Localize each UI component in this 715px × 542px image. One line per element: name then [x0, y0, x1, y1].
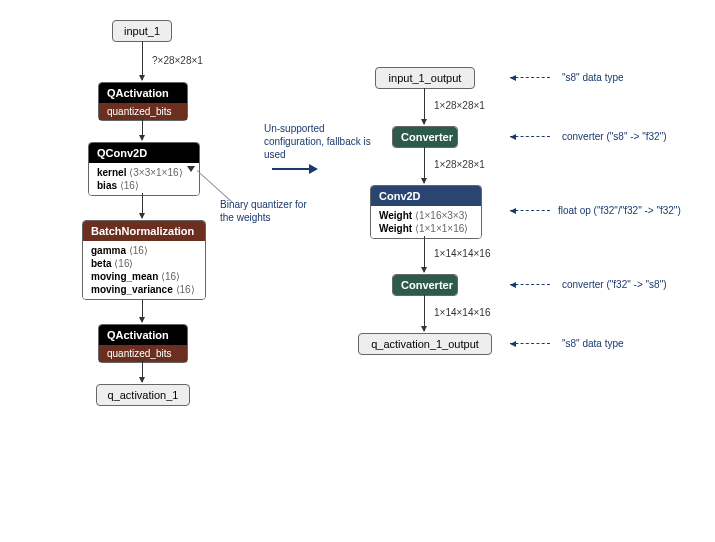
arrow: [142, 360, 143, 382]
node-converter-1: Converter: [392, 126, 458, 148]
title: QActivation: [99, 325, 187, 345]
dash-arrow-icon: [510, 343, 550, 344]
label: input_1_output: [389, 72, 462, 84]
edge-label: 1×28×28×1: [434, 100, 485, 111]
mm-label: moving_mean: [91, 271, 158, 282]
w1-shape: ⟨1×16×3×3⟩: [415, 210, 468, 221]
kernel-label: kernel: [97, 167, 126, 178]
bias-shape: ⟨16⟩: [120, 180, 139, 191]
annotation-conv-f32-s8: converter ("f32" -> "s8"): [562, 279, 667, 290]
arrow: [142, 41, 143, 80]
mv-shape: ⟨16⟩: [176, 284, 195, 295]
dash-arrow-icon: [510, 210, 550, 211]
kernel-shape: ⟨3×3×1×16⟩: [129, 167, 182, 178]
node-input-1: input_1: [112, 20, 172, 42]
subtitle: quantized_bits: [99, 345, 187, 362]
node-conv2d: Conv2D Weight ⟨1×16×3×3⟩ Weight ⟨1×1×1×1…: [370, 185, 482, 239]
arrow: [424, 147, 425, 183]
beta-shape: ⟨16⟩: [114, 258, 133, 269]
fallback-arrow-icon: [272, 168, 316, 170]
mv-label: moving_variance: [91, 284, 173, 295]
gamma-label: gamma: [91, 245, 126, 256]
edge-label: ?×28×28×1: [152, 55, 203, 66]
dash-arrow-icon: [510, 284, 550, 285]
dash-arrow-icon: [510, 77, 550, 78]
title: QActivation: [99, 83, 187, 103]
w2-label: Weight: [379, 223, 412, 234]
node-converter-2: Converter: [392, 274, 458, 296]
edge-label: 1×28×28×1: [434, 159, 485, 170]
bias-label: bias: [97, 180, 117, 191]
arrow: [142, 118, 143, 140]
arrow: [142, 300, 143, 322]
title: Converter: [393, 127, 457, 147]
label: q_activation_1_output: [371, 338, 479, 350]
node-qactivation-1-output: q_activation_1_output: [358, 333, 492, 355]
expand-icon[interactable]: [187, 166, 195, 172]
annotation-conv-s8-f32: converter ("s8" -> "f32"): [562, 131, 667, 142]
beta-label: beta: [91, 258, 112, 269]
w2-shape: ⟨1×1×1×16⟩: [415, 223, 468, 234]
node-qconv2d: QConv2D kernel ⟨3×3×1×16⟩ bias ⟨16⟩: [88, 142, 200, 196]
title: QConv2D: [89, 143, 199, 163]
arrow: [142, 193, 143, 218]
title: BatchNormalization: [83, 221, 205, 241]
arrow: [424, 88, 425, 124]
node-qactivation-output: q_activation_1: [96, 384, 190, 406]
label: q_activation_1: [108, 389, 179, 401]
annotation-unsupported: Un-supported configuration, fallback is …: [264, 122, 384, 161]
subtitle: quantized_bits: [99, 103, 187, 120]
gamma-shape: ⟨16⟩: [129, 245, 148, 256]
w1-label: Weight: [379, 210, 412, 221]
dash-arrow-icon: [510, 136, 550, 137]
annotation-s8-2: "s8" data type: [562, 338, 624, 349]
mm-shape: ⟨16⟩: [161, 271, 180, 282]
node-qactivation-1: QActivation quantized_bits: [98, 82, 188, 121]
title: Converter: [393, 275, 457, 295]
arrow: [424, 236, 425, 272]
edge-label: 1×14×14×16: [434, 248, 490, 259]
annotation-s8-1: "s8" data type: [562, 72, 624, 83]
annotation-float-op: float op ("f32"/"f32" -> "f32"): [558, 205, 681, 216]
annotation-binary: Binary quantizer for the weights: [220, 198, 320, 224]
node-qactivation-2: QActivation quantized_bits: [98, 324, 188, 363]
arrow: [424, 295, 425, 331]
edge-label: 1×14×14×16: [434, 307, 490, 318]
title: Conv2D: [371, 186, 481, 206]
label: input_1: [124, 25, 160, 37]
node-input-1-output: input_1_output: [375, 67, 475, 89]
node-batchnorm: BatchNormalization gamma ⟨16⟩ beta ⟨16⟩ …: [82, 220, 206, 300]
